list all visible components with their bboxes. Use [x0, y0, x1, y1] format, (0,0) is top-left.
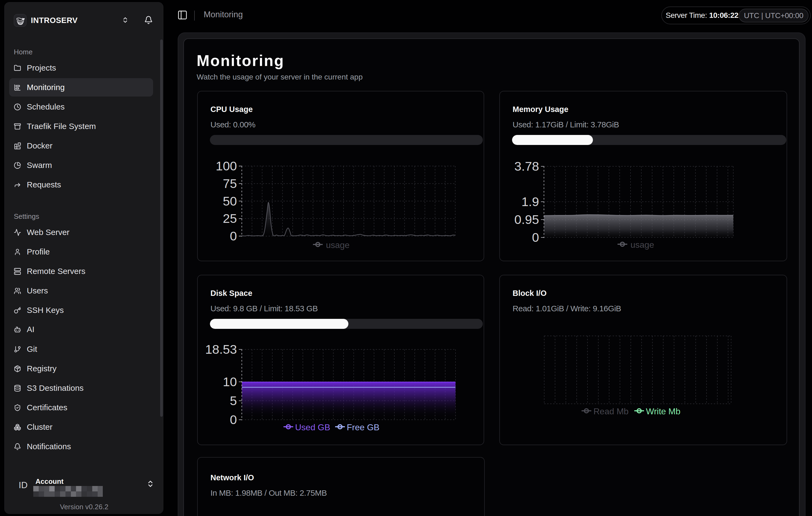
- svg-text:50: 50: [223, 194, 237, 208]
- svg-text:usage: usage: [326, 240, 349, 250]
- svg-text:100: 100: [216, 159, 237, 173]
- svg-text:0: 0: [532, 230, 539, 245]
- svg-text:0: 0: [230, 412, 237, 427]
- svg-text:5: 5: [230, 394, 237, 408]
- svg-text:3.78: 3.78: [515, 159, 539, 173]
- svg-text:Read Mb: Read Mb: [593, 406, 629, 416]
- svg-text:75: 75: [223, 176, 237, 191]
- svg-text:Used GB: Used GB: [295, 423, 330, 432]
- svg-text:0: 0: [230, 229, 237, 243]
- svg-text:1.9: 1.9: [522, 195, 539, 209]
- svg-text:usage: usage: [631, 240, 654, 250]
- svg-text:18.53: 18.53: [205, 342, 237, 356]
- svg-text:0.95: 0.95: [515, 212, 539, 227]
- svg-text:25: 25: [223, 211, 237, 226]
- svg-text:10: 10: [223, 375, 237, 389]
- svg-text:Free GB: Free GB: [347, 423, 379, 432]
- svg-text:Write Mb: Write Mb: [646, 406, 680, 416]
